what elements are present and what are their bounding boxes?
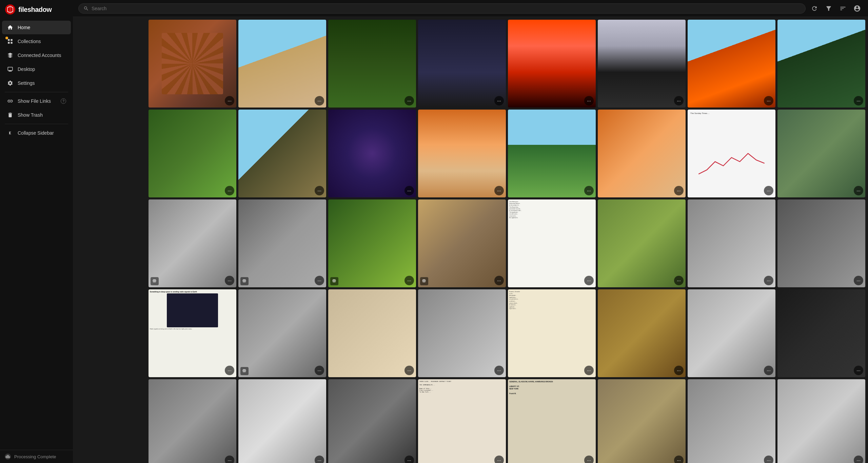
photo-item-32[interactable]: ··· [777, 289, 865, 377]
photo-item-15[interactable]: The Sunday Times ... ··· [688, 110, 775, 197]
sidebar-item-home[interactable]: Home [2, 21, 71, 34]
photo-item-26[interactable]: ··· [238, 289, 326, 377]
photo-menu-button[interactable]: ··· [315, 96, 324, 105]
filter-button[interactable] [823, 3, 834, 14]
photo-item-22[interactable]: ··· [598, 199, 686, 287]
sidebar-item-desktop[interactable]: Desktop [2, 62, 71, 76]
stack-icon [240, 277, 249, 285]
photo-item-12[interactable]: ··· [418, 110, 506, 197]
photo-menu-button[interactable]: ··· [764, 276, 773, 285]
sort-button[interactable] [837, 3, 848, 14]
photo-menu-button[interactable]: ··· [674, 456, 684, 463]
sidebar-item-trash[interactable]: Show Trash [2, 108, 71, 122]
photo-menu-button[interactable]: ··· [225, 96, 234, 105]
photo-menu-button[interactable]: ··· [764, 456, 773, 463]
photo-item-17[interactable]: ··· [149, 199, 236, 287]
photo-item-6[interactable]: ··· [598, 20, 686, 108]
photo-item-8[interactable]: ··· [777, 20, 865, 108]
photo-item-34[interactable]: ··· [238, 379, 326, 463]
photo-menu-button[interactable]: ··· [764, 96, 773, 105]
photo-menu-button[interactable]: ··· [854, 186, 863, 195]
search-input[interactable] [92, 6, 801, 11]
photo-item-3[interactable]: ··· [328, 20, 416, 108]
photo-item-40[interactable]: ··· [777, 379, 865, 463]
search-bar[interactable] [78, 3, 806, 14]
photo-menu-button[interactable]: ··· [225, 366, 234, 375]
photo-item-39[interactable]: ··· [688, 379, 775, 463]
photo-menu-button[interactable]: ··· [674, 276, 684, 285]
photo-menu-button[interactable]: ··· [405, 366, 414, 375]
photo-item-10[interactable]: ··· [238, 110, 326, 197]
photo-menu-button[interactable]: ··· [494, 276, 504, 285]
photo-menu-button[interactable]: ··· [584, 456, 594, 463]
photo-menu-button[interactable]: ··· [854, 96, 863, 105]
photo-menu-button[interactable]: ··· [854, 456, 863, 463]
photo-menu-button[interactable]: ··· [674, 366, 684, 375]
photo-menu-button[interactable]: ··· [405, 186, 414, 195]
photo-menu-button[interactable]: ··· [674, 96, 684, 105]
photo-item-20[interactable]: ··· [418, 199, 506, 287]
photo-item-21[interactable]: The ReferenceSummary Report...In the mat… [508, 199, 596, 287]
photo-menu-button[interactable]: ··· [405, 96, 414, 105]
photo-item-27[interactable]: ··· [328, 289, 416, 377]
photo-menu-button[interactable]: ··· [584, 96, 594, 105]
photo-menu-button[interactable]: ··· [315, 186, 324, 195]
sidebar-item-file-links[interactable]: Show File Links ? [2, 94, 71, 108]
sidebar-item-connected-accounts[interactable]: Connected Accounts [2, 49, 71, 62]
photo-item-25[interactable]: Something in deep space is sending radio… [149, 289, 236, 377]
photo-item-7[interactable]: ··· [688, 20, 775, 108]
photo-item-23[interactable]: ··· [688, 199, 775, 287]
photo-menu-button[interactable]: ··· [494, 186, 504, 195]
photo-menu-button[interactable]: ··· [764, 366, 773, 375]
photo-item-11[interactable]: ··· [328, 110, 416, 197]
photo-menu-button[interactable]: ··· [405, 456, 414, 463]
sidebar-item-collections[interactable]: Collections [2, 35, 71, 48]
sidebar-divider-2 [5, 124, 68, 124]
photo-item-18[interactable]: ··· [238, 199, 326, 287]
photo-item-31[interactable]: ··· [688, 289, 775, 377]
photo-menu-button[interactable]: ··· [405, 276, 414, 285]
photo-menu-button[interactable]: ··· [674, 186, 684, 195]
photo-menu-button[interactable]: ··· [225, 456, 234, 463]
photo-menu-button[interactable]: ··· [584, 276, 594, 285]
photo-item-19[interactable]: ··· [328, 199, 416, 287]
photo-item-37[interactable]: GENERAL, GLASGOW, HAVRE, HAMBURGE BROKEN… [508, 379, 596, 463]
photo-menu-button[interactable]: ··· [584, 186, 594, 195]
photo-item-2[interactable]: ··· [238, 20, 326, 108]
photo-item-28[interactable]: ··· [418, 289, 506, 377]
photo-menu-button[interactable]: ··· [225, 276, 234, 285]
photo-menu-button[interactable]: ··· [494, 456, 504, 463]
photo-menu-button[interactable]: ··· [315, 456, 324, 463]
photo-menu-button[interactable]: ··· [584, 366, 594, 375]
photo-item-30[interactable]: ··· [598, 289, 686, 377]
photo-item-36[interactable]: THIRD CLASS · PASSENGER CONTRACT TICKETT… [418, 379, 506, 463]
photo-item-1[interactable]: ··· [149, 20, 236, 108]
file-links-help-icon[interactable]: ? [61, 98, 66, 104]
account-button[interactable] [852, 3, 863, 14]
photo-menu-button[interactable]: ··· [854, 276, 863, 285]
sidebar-item-settings[interactable]: Settings [2, 76, 71, 90]
refresh-button[interactable] [809, 3, 820, 14]
photo-menu-button[interactable]: ··· [854, 366, 863, 375]
photo-menu-button[interactable]: ··· [315, 276, 324, 285]
photo-menu-button[interactable]: ··· [315, 366, 324, 375]
photo-item-33[interactable]: ··· [149, 379, 236, 463]
sidebar-item-collapse[interactable]: Collapse Sidebar [2, 126, 71, 140]
photo-item-4[interactable]: ··· [418, 20, 506, 108]
photo-grid: ··· ··· ··· ··· ··· ··· ·· [149, 20, 865, 463]
stack-icon [151, 277, 159, 285]
photo-item-16[interactable]: ··· [777, 110, 865, 197]
photo-item-9[interactable]: ··· [149, 110, 236, 197]
photo-item-5[interactable]: ··· [508, 20, 596, 108]
photo-item-13[interactable]: ··· [508, 110, 596, 197]
photo-item-24[interactable]: ··· [777, 199, 865, 287]
photo-menu-button[interactable]: ··· [225, 186, 234, 195]
photo-item-35[interactable]: ··· [328, 379, 416, 463]
photo-menu-button[interactable]: ··· [494, 366, 504, 375]
photo-item-29[interactable]: Kentsch, Alexanderof T9...photograph...a… [508, 289, 596, 377]
photo-menu-button[interactable]: ··· [494, 96, 504, 105]
photo-menu-button[interactable]: ··· [764, 186, 773, 195]
sidebar-divider-1 [5, 92, 68, 92]
photo-item-14[interactable]: ··· [598, 110, 686, 197]
photo-item-38[interactable]: ··· [598, 379, 686, 463]
